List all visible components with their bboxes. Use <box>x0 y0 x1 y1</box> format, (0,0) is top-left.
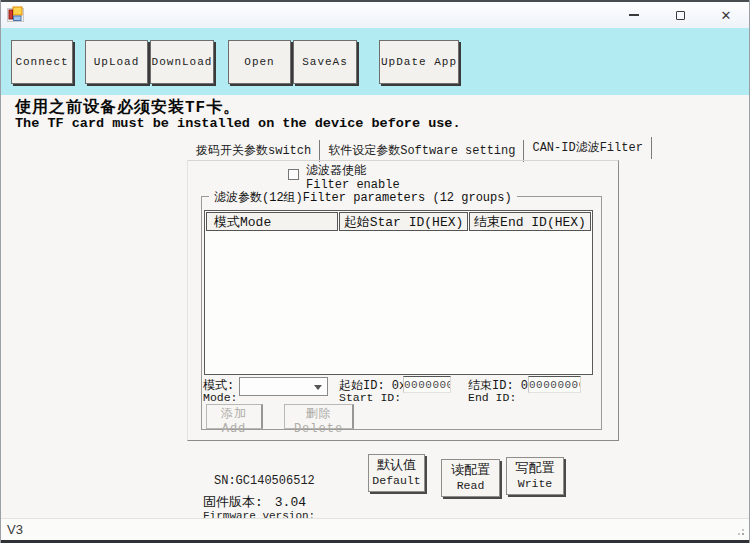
titlebar[interactable]: ✕ <box>1 2 749 28</box>
write-config-button[interactable]: 写配置 Write <box>506 457 564 495</box>
app-version-label: V3 <box>7 522 23 537</box>
close-button[interactable]: ✕ <box>703 2 749 28</box>
delete-button[interactable]: 删除Delete <box>284 404 354 429</box>
column-header-mode[interactable]: 模式Mode <box>206 212 338 231</box>
filter-enable-labels: 滤波器使能 Filter enable <box>306 164 400 192</box>
end-id-input[interactable] <box>528 376 581 393</box>
minimize-icon <box>629 14 639 16</box>
download-button[interactable]: DownLoad <box>150 40 214 84</box>
end-id-label-en: End ID: <box>468 391 516 404</box>
toolbar: Connect UpLoad DownLoad Open SaveAs UpDa… <box>1 28 749 95</box>
mode-select[interactable] <box>239 377 328 396</box>
read-label-en: Read <box>457 479 485 493</box>
column-header-end-id[interactable]: 结束End ID(HEX) <box>469 212 591 231</box>
default-label-zh: 默认值 <box>377 458 416 474</box>
checkbox-icon[interactable] <box>288 169 299 180</box>
connect-button[interactable]: Connect <box>11 40 73 84</box>
filter-table-header: 模式Mode 起始Star ID(HEX) 结束End ID(HEX) <box>205 211 592 231</box>
start-id-label-en: Start ID: <box>339 391 401 404</box>
window-controls: ✕ <box>611 2 749 28</box>
firmware-label-zh: 固件版本: <box>203 495 263 510</box>
status-bar: V3 <box>1 518 749 540</box>
tab-software-setting[interactable]: 软件设定参数Software setting <box>320 140 524 162</box>
default-label-en: Default <box>372 474 420 488</box>
chevron-down-icon <box>314 385 322 390</box>
filter-params-group-title: 滤波参数(12组)Filter parameters (12 groups) <box>209 189 517 206</box>
filter-enable-checkbox[interactable]: 滤波器使能 Filter enable <box>288 164 400 192</box>
app-icon <box>7 6 24 23</box>
column-header-start-id[interactable]: 起始Star ID(HEX) <box>339 212 468 231</box>
read-config-button[interactable]: 读配置 Read <box>441 459 500 497</box>
write-label-zh: 写配置 <box>516 461 555 477</box>
filter-table: 模式Mode 起始Star ID(HEX) 结束End ID(HEX) <box>204 210 593 375</box>
maximize-button[interactable] <box>657 2 703 28</box>
default-button[interactable]: 默认值 Default <box>368 454 425 492</box>
read-label-zh: 读配置 <box>451 463 490 479</box>
tf-card-notice-zh: 使用之前设备必须安装TF卡。 <box>15 97 240 118</box>
write-label-en: Write <box>518 477 553 491</box>
add-button[interactable]: 添加 Add <box>206 404 263 429</box>
tf-card-notice-en: The TF card must be installed on the dev… <box>15 116 461 131</box>
tab-switch-params[interactable]: 拨码开关参数switch <box>188 140 320 162</box>
firmware-version-value: 3.04 <box>275 495 306 510</box>
minimize-button[interactable] <box>611 2 657 28</box>
close-icon: ✕ <box>721 9 732 22</box>
start-id-input[interactable] <box>403 376 451 393</box>
update-app-button[interactable]: UpDate App <box>379 40 459 84</box>
saveas-button[interactable]: SaveAs <box>293 40 357 84</box>
resize-grip-icon[interactable] <box>742 533 744 535</box>
filter-table-body[interactable] <box>206 233 591 373</box>
tab-strip: 拨码开关参数switch 软件设定参数Software setting CAN-… <box>188 141 652 162</box>
tab-can-id-filter[interactable]: CAN-ID滤波Filter <box>524 137 651 159</box>
app-window: ✕ Connect UpLoad DownLoad Open SaveAs Up… <box>0 0 750 543</box>
firmware-line-zh: 固件版本:3.04 <box>203 493 306 511</box>
serial-number: SN:GC140506512 <box>214 474 315 488</box>
filter-enable-label-zh: 滤波器使能 <box>306 164 400 178</box>
maximize-icon <box>676 11 685 20</box>
mode-label-en: Mode: <box>203 391 238 404</box>
open-button[interactable]: Open <box>228 40 291 84</box>
upload-button[interactable]: UpLoad <box>85 40 148 84</box>
